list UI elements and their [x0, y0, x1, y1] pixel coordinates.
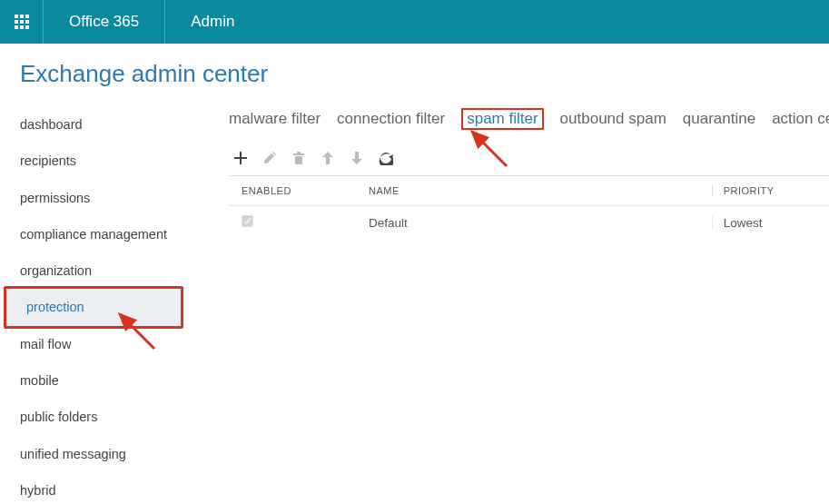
move-down-button[interactable]: [349, 150, 365, 166]
section-name[interactable]: Admin: [165, 0, 260, 44]
tab-bar: malware filter connection filter spam fi…: [229, 103, 829, 150]
svg-rect-4: [20, 20, 24, 24]
refresh-icon: [379, 151, 393, 165]
svg-rect-2: [25, 15, 29, 18]
svg-rect-8: [25, 25, 29, 29]
col-priority[interactable]: PRIORITY: [712, 185, 829, 196]
sidebar-item-recipients[interactable]: recipients: [0, 143, 192, 179]
enabled-checkbox[interactable]: [242, 215, 252, 226]
sidebar-item-unified-messaging[interactable]: unified messaging: [0, 436, 192, 472]
tab-outbound-spam[interactable]: outbound spam: [560, 110, 666, 128]
tab-action-center[interactable]: action cen: [772, 110, 829, 128]
cell-priority: Lowest: [712, 216, 829, 230]
sidebar-item-protection[interactable]: protection: [6, 289, 181, 325]
tab-malware-filter[interactable]: malware filter: [229, 110, 321, 128]
edit-button[interactable]: [262, 150, 278, 166]
page-title: Exchange admin center: [0, 44, 829, 99]
col-enabled[interactable]: ENABLED: [242, 185, 369, 196]
main-content: malware filter connection filter spam fi…: [192, 99, 829, 239]
arrow-down-icon: [350, 151, 363, 165]
sidebar: dashboard recipients permissions complia…: [0, 99, 192, 504]
add-button[interactable]: [232, 150, 249, 166]
sidebar-item-mobile[interactable]: mobile: [0, 362, 192, 399]
col-name[interactable]: NAME: [369, 185, 712, 196]
sidebar-item-organization[interactable]: organization: [0, 252, 192, 289]
cell-name: Default: [369, 216, 712, 230]
svg-rect-1: [20, 15, 24, 18]
tab-connection-filter[interactable]: connection filter: [337, 110, 445, 128]
product-name[interactable]: Office 365: [44, 0, 165, 44]
arrow-up-icon: [321, 151, 334, 165]
sidebar-item-public-folders[interactable]: public folders: [0, 399, 192, 435]
svg-rect-0: [15, 15, 18, 18]
svg-rect-7: [20, 25, 24, 29]
annotation-box-sidebar: protection: [4, 286, 183, 328]
toolbar: [229, 150, 829, 175]
plus-icon: [233, 151, 248, 165]
app-launcher-button[interactable]: [0, 0, 44, 44]
table-row[interactable]: Default Lowest: [229, 206, 829, 239]
delete-button[interactable]: [291, 150, 307, 166]
svg-rect-3: [15, 20, 18, 24]
sidebar-item-mail-flow[interactable]: mail flow: [0, 326, 192, 362]
sidebar-item-permissions[interactable]: permissions: [0, 180, 192, 216]
trash-icon: [292, 151, 305, 165]
tab-spam-filter[interactable]: spam filter: [467, 110, 538, 127]
move-up-button[interactable]: [320, 150, 336, 166]
refresh-button[interactable]: [378, 150, 394, 166]
sidebar-item-compliance-management[interactable]: compliance management: [0, 216, 192, 252]
sidebar-item-dashboard[interactable]: dashboard: [0, 106, 192, 143]
tab-quarantine[interactable]: quarantine: [683, 110, 755, 128]
pencil-icon: [262, 151, 277, 165]
policy-table: ENABLED NAME PRIORITY Default Lowest: [229, 175, 829, 239]
top-bar: Office 365 Admin: [0, 0, 829, 44]
table-header: ENABLED NAME PRIORITY: [229, 176, 829, 206]
sidebar-item-hybrid[interactable]: hybrid: [0, 472, 192, 504]
cell-enabled: [242, 215, 369, 230]
annotation-box-tab: spam filter: [461, 108, 543, 130]
svg-rect-6: [15, 25, 18, 29]
svg-rect-5: [25, 20, 29, 24]
waffle-icon: [15, 15, 29, 29]
